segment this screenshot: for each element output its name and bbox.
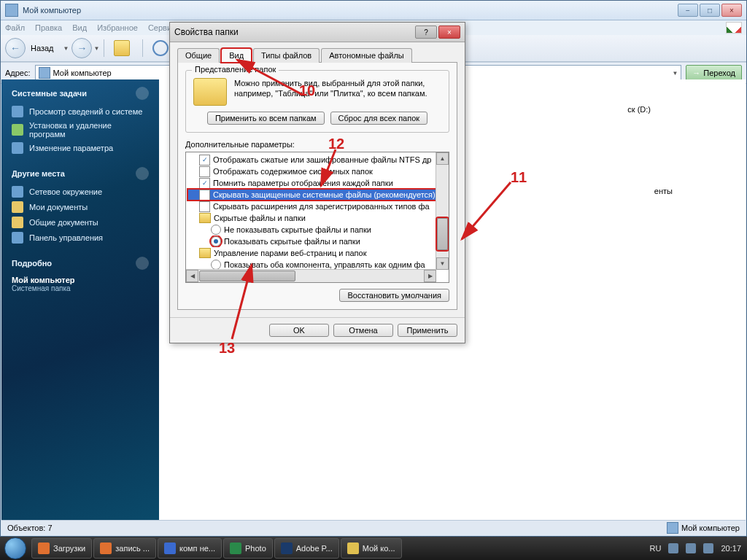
tasks-heading[interactable]: Системные задачи	[12, 87, 149, 100]
place-network[interactable]: Сетевое окружение	[12, 186, 149, 198]
tree-item[interactable]: Не показывать скрытые файлы и папки	[187, 224, 447, 236]
scrollbar-horizontal[interactable]: ◀ ▶	[186, 269, 436, 282]
text-line: например, "Таблица" или "Плитка", ко все…	[234, 88, 427, 98]
advanced-settings-tree[interactable]: ✓Отображать сжатые или зашифрованные фай…	[185, 152, 449, 283]
reset-all-button[interactable]: Сброс для всех папок	[330, 112, 428, 125]
tray-icon[interactable]	[703, 543, 713, 553]
checkbox[interactable]: ✓	[199, 155, 210, 166]
clock[interactable]: 20:17	[721, 544, 741, 553]
maximize-button[interactable]: □	[700, 4, 720, 17]
dialog-titlebar[interactable]: Свойства папки ? ×	[170, 23, 465, 42]
radio[interactable]	[211, 260, 221, 270]
task-add-remove[interactable]: Установка и удаление программ	[12, 121, 149, 139]
dialog-close-button[interactable]: ×	[438, 26, 460, 39]
place-control-panel[interactable]: Панель управления	[12, 232, 149, 244]
language-indicator[interactable]: RU	[650, 544, 662, 553]
control-panel-icon	[12, 232, 23, 244]
disk-d-label[interactable]: ск (D:)	[627, 105, 651, 114]
checkbox[interactable]	[199, 190, 210, 201]
chevron-down-icon[interactable]: ▼	[672, 70, 678, 77]
tree-item[interactable]: ✓Отображать сжатые или зашифрованные фай…	[187, 154, 447, 166]
scrollbar-vertical[interactable]: ▲ ▼	[436, 152, 449, 270]
tab-view[interactable]: Вид	[221, 48, 252, 63]
menu-edit[interactable]: Правка	[35, 23, 62, 32]
forward-button[interactable]: →	[71, 38, 92, 58]
taskbar-item[interactable]: комп не...	[158, 538, 222, 559]
folder-icon	[12, 217, 23, 228]
go-button[interactable]: →Переход	[686, 65, 742, 81]
task-system-info[interactable]: Просмотр сведений о системе	[12, 106, 149, 117]
menu-file[interactable]: Файл	[5, 23, 25, 32]
dialog-help-button[interactable]: ?	[415, 26, 437, 39]
minimize-button[interactable]: −	[678, 4, 698, 17]
taskbar-label: Adobe P...	[296, 544, 333, 553]
tree-item[interactable]: Управление парами веб-страниц и папок	[187, 247, 447, 259]
tree-item[interactable]: Скрытые файлы и папки	[187, 212, 447, 224]
tab-page-view: Представление папок Можно применить вид,…	[177, 62, 457, 310]
tab-general[interactable]: Общие	[177, 48, 220, 63]
tray-icon[interactable]	[686, 543, 696, 553]
taskbar-label: Мой ко...	[363, 544, 395, 553]
tree-item[interactable]: Отображать содержимое системных папок	[187, 166, 447, 177]
details-title: Мой компьютер	[12, 276, 149, 284]
start-button[interactable]	[0, 537, 31, 560]
place-my-docs[interactable]: Мои документы	[12, 201, 149, 213]
close-button[interactable]: ×	[721, 4, 742, 17]
taskbar-item[interactable]: Мой ко...	[341, 538, 402, 559]
restore-defaults-button[interactable]: Восстановить умолчания	[339, 289, 449, 302]
chevron-down-icon[interactable]: ▼	[93, 45, 99, 52]
tray-icon[interactable]	[668, 543, 678, 553]
taskbar-item[interactable]: Загрузки	[31, 538, 92, 559]
chevron-down-icon[interactable]: ▼	[63, 45, 69, 52]
scroll-up-arrow[interactable]: ▲	[436, 152, 449, 165]
taskbar-item[interactable]: Photo	[223, 538, 273, 559]
apply-button[interactable]: Применить	[398, 324, 457, 337]
computer-icon	[667, 522, 678, 534]
app-icon	[38, 542, 50, 554]
back-label[interactable]: Назад	[26, 38, 59, 58]
scrollbar-thumb-h[interactable]	[199, 271, 295, 281]
checkbox[interactable]: ✓	[199, 178, 210, 189]
ok-button[interactable]: OK	[269, 324, 329, 337]
scrollbar-thumb[interactable]	[437, 218, 448, 250]
places-heading[interactable]: Другие места	[12, 167, 149, 180]
scroll-left-arrow[interactable]: ◀	[186, 270, 198, 282]
place-shared-docs[interactable]: Общие документы	[12, 217, 149, 228]
dialog-footer: OK Отмена Применить	[170, 317, 465, 343]
tab-file-types[interactable]: Типы файлов	[253, 48, 320, 63]
start-orb-icon	[4, 537, 26, 559]
app-icon	[347, 542, 359, 554]
tree-item[interactable]: Скрывать защищенные системные файлы (рек…	[187, 189, 447, 201]
radio[interactable]	[211, 236, 221, 246]
tree-item[interactable]: Показывать скрытые файлы и папки	[187, 236, 447, 247]
up-button[interactable]	[109, 38, 135, 58]
documents-label[interactable]: енты	[654, 187, 673, 195]
tab-offline-files[interactable]: Автономные файлы	[321, 48, 412, 63]
menu-view[interactable]: Вид	[72, 23, 87, 32]
folder-options-dialog: Свойства папки ? × Общие Вид Типы файлов…	[169, 22, 465, 343]
cancel-button[interactable]: Отмена	[333, 324, 393, 337]
apply-all-button[interactable]: Применить ко всем папкам	[207, 112, 325, 125]
tree-item-label: Управление парами веб-страниц и папок	[214, 249, 366, 257]
text-line: Можно применить вид, выбранный для этой …	[234, 78, 427, 88]
titlebar[interactable]: Мой компьютер − □ ×	[1, 1, 746, 20]
tree-item-label: Отображать сжатые или зашифрованные файл…	[213, 155, 431, 164]
place-label: Мои документы	[29, 203, 88, 211]
task-change-setting[interactable]: Изменение параметра	[12, 142, 149, 154]
network-icon	[12, 186, 23, 198]
details-heading[interactable]: Подробно	[12, 257, 149, 270]
folder-views-text: Можно применить вид, выбранный для этой …	[234, 78, 427, 106]
scroll-down-arrow[interactable]: ▼	[436, 257, 449, 270]
tree-item[interactable]: Скрывать расширения для зарегистрированн…	[187, 201, 447, 212]
checkbox[interactable]	[199, 201, 210, 212]
taskbar-item[interactable]: Adobe P...	[274, 538, 339, 559]
scroll-right-arrow[interactable]: ▶	[424, 270, 436, 282]
folder-icon	[199, 213, 211, 223]
taskbar-item[interactable]: запись ...	[93, 538, 156, 559]
taskbar-label: Photo	[245, 544, 266, 553]
checkbox[interactable]	[199, 166, 210, 177]
back-button[interactable]: ←	[5, 38, 26, 58]
menu-favorites[interactable]: Избранное	[97, 23, 138, 32]
tree-item[interactable]: ✓Помнить параметры отображения каждой па…	[187, 177, 447, 189]
radio[interactable]	[211, 225, 221, 235]
